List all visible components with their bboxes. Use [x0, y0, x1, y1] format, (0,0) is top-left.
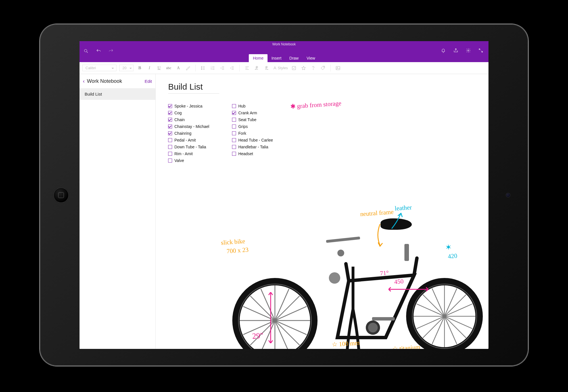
checkbox-icon[interactable] — [168, 145, 172, 149]
checkbox-icon[interactable] — [232, 111, 236, 115]
list-item[interactable]: Headset — [232, 151, 273, 157]
list-item[interactable]: Chain — [168, 117, 209, 123]
list-item[interactable]: Seat Tube — [232, 117, 273, 123]
list-item[interactable]: Crank Arm — [232, 110, 273, 116]
checkbox-icon[interactable] — [232, 118, 236, 122]
tab-home[interactable]: Home — [249, 54, 267, 62]
list-item[interactable]: Rim - Amit — [168, 151, 209, 157]
header-left-tools — [83, 49, 114, 54]
checkbox-icon[interactable] — [232, 138, 236, 142]
numbered-list-button[interactable]: 123 — [209, 65, 216, 71]
bike-part — [329, 272, 340, 284]
ipad-frame: Work Notebook Home Insert Draw View — [40, 24, 528, 366]
tab-view[interactable]: View — [302, 54, 319, 62]
checklist-area: Spoke - Jessica Cog Chain Chainstay - Mi… — [168, 103, 476, 163]
notifications-icon[interactable] — [441, 48, 446, 53]
checkbox-icon[interactable] — [232, 131, 236, 135]
checkbox-icon[interactable] — [168, 125, 172, 128]
list-item[interactable]: Chainring — [168, 130, 209, 136]
star-tag-button[interactable] — [300, 65, 307, 71]
ltr-button[interactable] — [253, 65, 260, 71]
bullet-list-button[interactable] — [200, 65, 206, 71]
checkbox-icon[interactable] — [232, 152, 236, 156]
list-item[interactable]: Head Tube - Carlee — [232, 137, 273, 143]
note-page[interactable]: Build List Spoke - Jessica Cog Chain Cha… — [156, 74, 488, 349]
list-item[interactable]: Cog — [168, 110, 209, 116]
page-title[interactable]: Build List — [168, 82, 219, 94]
item-label: Hub — [238, 103, 246, 109]
list-item[interactable]: Pedal - Amit — [168, 137, 209, 143]
checkbox-icon[interactable] — [232, 125, 236, 128]
sidebar-page-item[interactable]: Build List — [80, 88, 155, 100]
svg-line-45 — [386, 275, 414, 338]
sidebar-edit-button[interactable]: Edit — [145, 79, 152, 84]
todo-tag-button[interactable] — [291, 65, 297, 71]
item-label: Valve — [174, 158, 184, 163]
outdent-button[interactable] — [219, 65, 226, 71]
font-size-select[interactable]: 20 — [119, 65, 133, 71]
share-icon[interactable] — [453, 48, 458, 53]
checkbox-icon[interactable] — [168, 111, 172, 115]
item-label: Chainring — [174, 130, 191, 136]
item-label: Head Tube - Carlee — [238, 137, 273, 143]
item-label: Down Tube - Talia — [174, 144, 206, 150]
item-label: Chain — [174, 117, 185, 123]
svg-line-1 — [87, 52, 88, 53]
list-item[interactable]: Grips — [232, 124, 273, 129]
italic-button[interactable]: I — [146, 65, 153, 71]
tab-draw[interactable]: Draw — [285, 54, 303, 62]
item-label: Pedal - Amit — [174, 137, 196, 143]
strikethrough-button[interactable]: abc — [165, 65, 172, 71]
checkbox-icon[interactable] — [232, 145, 236, 149]
ink-annotation: slick bike — [221, 237, 245, 246]
question-tag-button[interactable] — [310, 65, 317, 71]
fullscreen-icon[interactable] — [478, 48, 483, 53]
underline-button[interactable]: U — [156, 65, 162, 71]
checkbox-icon[interactable] — [168, 104, 172, 108]
item-label: Chainstay - Michael — [174, 124, 209, 129]
bike-part — [337, 250, 344, 256]
list-item[interactable]: Down Tube - Talia — [168, 144, 209, 150]
settings-icon[interactable] — [466, 48, 471, 53]
indent-button[interactable] — [229, 65, 235, 71]
back-icon[interactable]: ‹ — [83, 78, 85, 84]
list-item[interactable]: Fork — [232, 130, 273, 136]
arrow-icon — [266, 292, 275, 343]
ribbon-separator — [195, 65, 196, 71]
bike-pedal-gear — [366, 321, 380, 335]
font-name-select[interactable]: Calibri — [82, 65, 116, 71]
rtl-button[interactable] — [263, 65, 270, 71]
list-item[interactable]: Handlebar - Talia — [232, 144, 273, 150]
ipad-home-button[interactable] — [53, 187, 69, 203]
checkbox-icon[interactable] — [168, 118, 172, 122]
sidebar: ‹ Work Notebook Edit Build List — [80, 74, 156, 349]
item-label: Grips — [238, 124, 248, 129]
checkbox-icon[interactable] — [168, 131, 172, 135]
undo-icon[interactable] — [96, 49, 101, 54]
svg-point-0 — [84, 49, 87, 52]
checkbox-icon[interactable] — [232, 104, 236, 108]
font-color-button[interactable]: A — [175, 65, 182, 71]
ink-annotation: ✱ grab from storage — [290, 100, 342, 109]
search-icon[interactable] — [83, 49, 89, 54]
styles-button[interactable]: Styles — [273, 65, 288, 71]
checkbox-icon[interactable] — [168, 159, 172, 163]
highlight-button[interactable] — [185, 65, 191, 71]
list-item[interactable]: Valve — [168, 158, 209, 163]
list-item[interactable]: Spoke - Jessica — [168, 103, 209, 109]
svg-point-25 — [313, 69, 314, 69]
app-header: Work Notebook Home Insert Draw View — [80, 41, 488, 62]
item-label: Handlebar - Talia — [238, 144, 268, 150]
list-item[interactable]: Chainstay - Michael — [168, 124, 209, 129]
formatting-ribbon: Calibri 20 B I U abc A 123 Styles — [80, 62, 488, 74]
checkbox-icon[interactable] — [168, 152, 172, 156]
bold-button[interactable]: B — [136, 65, 143, 71]
tab-insert[interactable]: Insert — [268, 54, 285, 62]
align-button[interactable] — [244, 65, 250, 71]
insert-image-button[interactable] — [335, 65, 341, 71]
redo-icon[interactable] — [108, 49, 114, 54]
sidebar-notebook-title[interactable]: Work Notebook — [87, 78, 142, 84]
checkbox-icon[interactable] — [168, 138, 172, 142]
tag-button[interactable] — [319, 65, 326, 71]
list-item[interactable]: Hub — [232, 103, 273, 109]
